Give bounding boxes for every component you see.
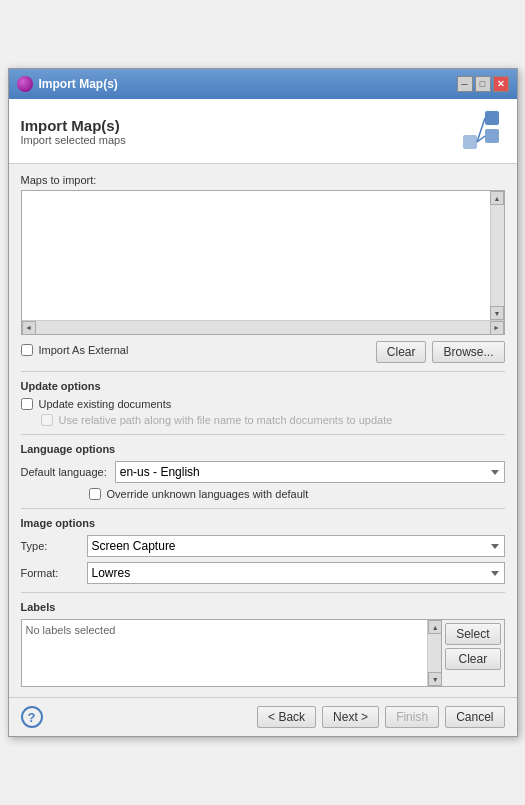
scroll-up-arrow[interactable]: ▲ [490, 191, 504, 205]
update-existing-row: Update existing documents [21, 398, 505, 410]
header-logo [457, 107, 505, 155]
labels-placeholder: No labels selected [26, 624, 116, 636]
update-options-label: Update options [21, 380, 505, 392]
svg-rect-1 [485, 129, 499, 143]
help-button[interactable]: ? [21, 706, 43, 728]
dialog-title: Import Map(s) [21, 117, 126, 134]
maps-scrollbar-h: ◄ ► [22, 320, 504, 334]
select-labels-button[interactable]: Select [445, 623, 500, 645]
window-title: Import Map(s) [39, 77, 118, 91]
format-row: Format: Lowres Highres Medium [21, 562, 505, 584]
update-existing-label: Update existing documents [39, 398, 172, 410]
use-relative-label: Use relative path along with file name t… [59, 414, 393, 426]
svg-rect-0 [485, 111, 499, 125]
next-button[interactable]: Next > [322, 706, 379, 728]
type-select[interactable]: Screen Capture Vector Raster [87, 535, 505, 557]
cancel-button[interactable]: Cancel [445, 706, 504, 728]
type-row: Type: Screen Capture Vector Raster [21, 535, 505, 557]
minimize-button[interactable]: ─ [457, 76, 473, 92]
scroll-right-arrow[interactable]: ► [490, 321, 504, 335]
navigation-buttons: < Back Next > Finish Cancel [257, 706, 504, 728]
divider-3 [21, 508, 505, 509]
clear-labels-button[interactable]: Clear [445, 648, 500, 670]
maps-textarea[interactable] [22, 191, 490, 320]
labels-box: No labels selected ▲ ▼ [21, 619, 443, 687]
content-area: Maps to import: ▲ ▼ ◄ ► Import As Extern… [9, 164, 517, 697]
divider-4 [21, 592, 505, 593]
type-label: Type: [21, 540, 79, 552]
close-button[interactable]: ✕ [493, 76, 509, 92]
labels-area: No labels selected ▲ ▼ Select Clear [21, 619, 505, 687]
header: Import Map(s) Import selected maps [9, 99, 517, 164]
labels-content: No labels selected [22, 620, 428, 686]
labels-scroll-up[interactable]: ▲ [428, 620, 442, 634]
import-as-external-label: Import As External [39, 344, 129, 356]
scroll-left-arrow[interactable]: ◄ [22, 321, 36, 335]
main-window: Import Map(s) ─ □ ✕ Import Map(s) Import… [8, 68, 518, 737]
import-controls-row: Import As External Clear Browse... [21, 341, 505, 363]
labels-buttons: Select Clear [442, 619, 504, 687]
scroll-track-v [491, 205, 504, 306]
labels-scroll-track [428, 634, 441, 672]
default-language-row: Default language: en-us - English fr-fr … [21, 461, 505, 483]
maps-scrollbar-v: ▲ ▼ [490, 191, 504, 320]
format-select[interactable]: Lowres Highres Medium [87, 562, 505, 584]
window-controls: ─ □ ✕ [457, 76, 509, 92]
maps-label: Maps to import: [21, 174, 505, 186]
language-options-label: Language options [21, 443, 505, 455]
maps-textarea-wrapper: ▲ ▼ ◄ ► [21, 190, 505, 335]
labels-group-label: Labels [21, 601, 505, 613]
labels-scrollbar: ▲ ▼ [427, 620, 441, 686]
scroll-down-arrow[interactable]: ▼ [490, 306, 504, 320]
scroll-track-h [36, 321, 490, 334]
app-icon [17, 76, 33, 92]
finish-button[interactable]: Finish [385, 706, 439, 728]
divider-1 [21, 371, 505, 372]
title-bar: Import Map(s) ─ □ ✕ [9, 69, 517, 99]
back-button[interactable]: < Back [257, 706, 316, 728]
footer: ? < Back Next > Finish Cancel [9, 697, 517, 736]
use-relative-row: Use relative path along with file name t… [21, 414, 505, 426]
help-area: ? [21, 706, 43, 728]
svg-rect-2 [463, 135, 477, 149]
labels-scroll-down[interactable]: ▼ [428, 672, 442, 686]
image-options-label: Image options [21, 517, 505, 529]
override-language-checkbox[interactable] [89, 488, 101, 500]
update-existing-checkbox[interactable] [21, 398, 33, 410]
browse-button[interactable]: Browse... [432, 341, 504, 363]
clear-button[interactable]: Clear [376, 341, 427, 363]
override-language-row: Override unknown languages with default [21, 488, 505, 500]
default-language-select[interactable]: en-us - English fr-fr - French de-de - G… [115, 461, 505, 483]
default-language-label: Default language: [21, 466, 107, 478]
format-label: Format: [21, 567, 79, 579]
restore-button[interactable]: □ [475, 76, 491, 92]
divider-2 [21, 434, 505, 435]
dialog-subtitle: Import selected maps [21, 134, 126, 146]
override-language-label: Override unknown languages with default [107, 488, 309, 500]
use-relative-checkbox[interactable] [41, 414, 53, 426]
import-as-external-checkbox[interactable] [21, 344, 33, 356]
